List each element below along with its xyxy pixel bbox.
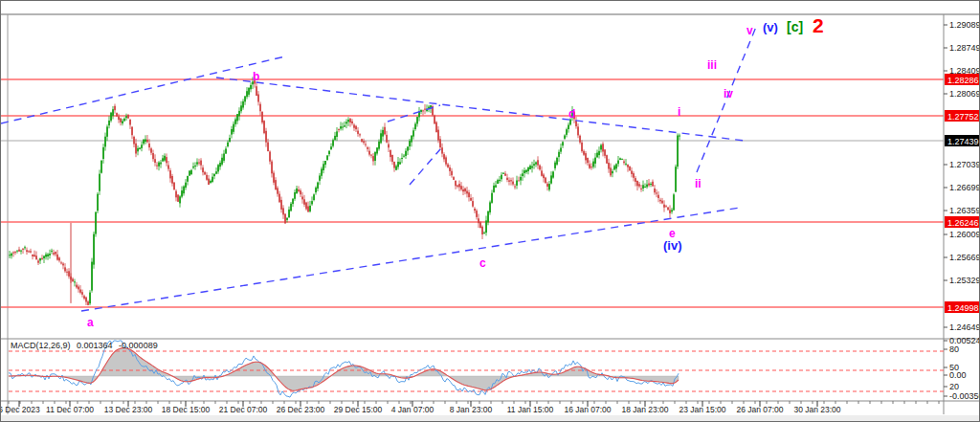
- time-tick-label: 30 Jan 23:00: [793, 405, 840, 414]
- time-tick-label: 13 Dec 23:00: [104, 405, 153, 414]
- macd-indicator-label: MACD(12,26,9) 0.001364 -0.000089: [11, 341, 162, 350]
- price-tick-label: 1.28749: [949, 43, 979, 53]
- wave-label-2: 2: [813, 14, 824, 36]
- wave-label-v: (v): [763, 20, 778, 34]
- macd-axis-label: 20: [949, 382, 959, 391]
- wave-label-v: v: [746, 24, 753, 37]
- window-bottom-strip: [1, 415, 979, 421]
- price-alert-value: 1.28286: [947, 76, 979, 85]
- chart-window: ▼ GBPUSD(€),H1 abcde(iv)iiiiiiivv(v)[c]2…: [0, 0, 980, 422]
- wave-label-iii: iii: [707, 58, 717, 72]
- price-alert-value: 1.24998: [947, 303, 979, 313]
- price-tick-label: 1.26009: [949, 230, 979, 239]
- price-tick-label: 1.25329: [949, 276, 979, 285]
- time-tick-label: 11 Jan 15:00: [507, 405, 554, 414]
- time-tick-label: 11 Dec 07:00: [46, 405, 94, 414]
- price-alert-value: 1.27752: [947, 112, 979, 122]
- price-tick-label: 1.26359: [949, 206, 979, 215]
- time-tick-label: 18 Dec 15:00: [162, 405, 211, 414]
- price-tick-label: 1.24649: [949, 322, 979, 332]
- wave-label-c: c: [479, 256, 486, 270]
- time-tick-label: 18 Jan 23:00: [621, 405, 668, 414]
- wave-label-a: a: [87, 316, 94, 329]
- time-tick-label: 26 Dec 23:00: [277, 405, 325, 414]
- macd-signal-value: -0.000089: [119, 341, 158, 350]
- wave-label-d: d: [568, 107, 575, 121]
- price-chart-canvas[interactable]: abcde(iv)iiiiiiivv(v)[c]21.290891.287491…: [1, 1, 979, 421]
- time-tick-label: 26 Jan 07:00: [736, 405, 783, 414]
- macd-axis-label: 80: [949, 344, 959, 354]
- macd-axis-label: -0.003505: [949, 391, 979, 401]
- time-tick-label: 23 Jan 15:00: [679, 405, 725, 414]
- price-alert-value: 1.26246: [947, 218, 979, 228]
- time-tick-label: 6 Dec 2023: [1, 405, 40, 414]
- macd-name: MACD(12,26,9): [11, 341, 71, 350]
- price-tick-label: 1.27039: [949, 160, 979, 169]
- price-tick-label: 1.29089: [949, 20, 979, 30]
- price-tick-label: 1.28069: [949, 89, 979, 99]
- price-tick-label: 1.25669: [949, 253, 979, 262]
- time-tick-label: 4 Jan 07:00: [391, 405, 434, 414]
- wave-label-iv: (iv): [663, 238, 682, 253]
- wave-label-iv: iv: [724, 87, 733, 100]
- time-tick-label: 29 Dec 15:00: [334, 405, 383, 414]
- wave-label-i: i: [678, 105, 680, 119]
- time-tick-label: 8 Jan 23:00: [450, 405, 493, 414]
- wave-label-c: [c]: [787, 19, 803, 34]
- macd-main-value: 0.001364: [77, 341, 113, 350]
- time-tick-label: 21 Dec 07:00: [219, 405, 268, 414]
- macd-axis-label: 0.00: [949, 370, 967, 380]
- wave-label-ii: ii: [695, 177, 702, 190]
- time-tick-label: 16 Jan 07:00: [564, 405, 611, 414]
- wave-label-b: b: [253, 70, 259, 83]
- price-alert-value: 1.27439: [947, 137, 979, 146]
- price-tick-label: 1.26699: [949, 183, 979, 192]
